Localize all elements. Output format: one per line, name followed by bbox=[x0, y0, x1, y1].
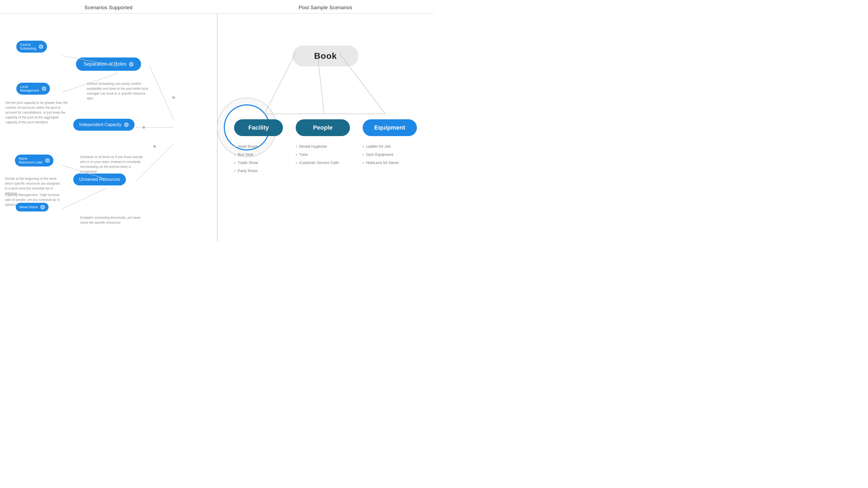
people-item-1: Dental Hygienist bbox=[299, 144, 327, 149]
name-resources-later-label: NameResources Later bbox=[19, 157, 42, 164]
svg-point-9 bbox=[153, 145, 156, 148]
never-name-description: Establish scheduling thresholds, yet nev… bbox=[80, 215, 143, 225]
independent-capacity-label: Independent Capacity bbox=[79, 122, 122, 127]
local-management-dot bbox=[42, 87, 46, 91]
bullet-icon bbox=[234, 154, 236, 155]
people-item-2: Tutor bbox=[299, 152, 308, 157]
central-scheduling-dot bbox=[39, 44, 43, 49]
list-item: Ladder for Job bbox=[363, 144, 417, 149]
facility-list: Hotel Room Bus Seat Trade Show Party Roo… bbox=[234, 141, 283, 177]
svg-line-6 bbox=[62, 188, 106, 209]
equipment-label: Equipment bbox=[374, 124, 405, 131]
bullet-icon bbox=[296, 162, 297, 163]
list-item: Dental Hygienist bbox=[296, 144, 350, 149]
separation-of-roles-label: Separation of Roles bbox=[84, 61, 126, 67]
main-content: CentralScheduling LocalManagement Separa… bbox=[0, 13, 434, 241]
book-label[interactable]: Book bbox=[292, 45, 359, 66]
people-label: People bbox=[313, 124, 333, 131]
list-item: Customer Service Calls bbox=[296, 161, 350, 165]
list-item: Tutor bbox=[296, 152, 350, 157]
name-resources-later-pill[interactable]: NameResources Later bbox=[15, 155, 54, 166]
equipment-item-1: Ladder for Job bbox=[366, 144, 391, 149]
local-management-label: LocalManagement bbox=[20, 85, 39, 93]
bullet-icon bbox=[363, 146, 364, 147]
svg-point-7 bbox=[172, 96, 175, 99]
central-scheduling-pill[interactable]: CentralScheduling bbox=[16, 41, 47, 53]
facility-column: Facility Hotel Room Bus Seat Trade Show bbox=[234, 119, 283, 177]
list-item: Trade Show bbox=[234, 161, 283, 165]
facility-pill[interactable]: Facility bbox=[234, 119, 283, 136]
independent-description: Set the pool capacity to be greater than… bbox=[5, 100, 68, 125]
local-management-pill[interactable]: LocalManagement bbox=[16, 83, 50, 95]
facility-item-1: Hotel Room bbox=[238, 144, 258, 149]
right-panel: Book Facility Hotel Room Bus Seat bbox=[217, 13, 434, 241]
bullet-icon bbox=[234, 170, 236, 172]
right-section-title: Pool Sample Scenarios bbox=[217, 5, 434, 10]
bullet-icon bbox=[234, 162, 236, 163]
resource-columns: Facility Hotel Room Bus Seat Trade Show bbox=[217, 119, 434, 177]
central-scheduling-label: CentralScheduling bbox=[20, 43, 36, 51]
facility-item-3: Trade Show bbox=[238, 161, 258, 165]
bullet-icon bbox=[296, 154, 297, 155]
bullet-icon bbox=[363, 162, 364, 163]
separation-dot bbox=[129, 62, 133, 66]
independent-dot bbox=[124, 123, 129, 127]
unnamed-resources-pill[interactable]: Unnamed Resources bbox=[73, 173, 126, 186]
equipment-pill[interactable]: Equipment bbox=[363, 119, 417, 136]
bullet-icon bbox=[363, 154, 364, 155]
never-name-dot bbox=[40, 205, 45, 209]
svg-line-0 bbox=[149, 65, 174, 119]
independent-capacity-pill[interactable]: Independent Capacity bbox=[73, 119, 134, 131]
equipment-column: Equipment Ladder for Job Gym Equipment H… bbox=[363, 119, 417, 177]
people-column: People Dental Hygienist Tutor Customer S… bbox=[296, 119, 350, 177]
list-item: Bus Seat bbox=[234, 152, 283, 157]
never-name-label: Never Name bbox=[20, 205, 38, 209]
unnamed-description: Schedule at all times as if you know exa… bbox=[80, 155, 145, 174]
list-item: Hotel Room bbox=[234, 144, 283, 149]
facility-label: Facility bbox=[248, 124, 269, 131]
separation-description: Central Scheduling can easily confirm av… bbox=[87, 82, 149, 101]
name-resources-dot bbox=[45, 158, 50, 163]
left-panel: CentralScheduling LocalManagement Separa… bbox=[0, 13, 217, 241]
facility-item-4: Party Room bbox=[238, 169, 258, 173]
separation-of-roles-pill[interactable]: Separation of Roles bbox=[76, 58, 141, 71]
left-section-title: Scenarios Supported bbox=[0, 5, 217, 10]
people-pill[interactable]: People bbox=[296, 119, 350, 136]
facility-item-2: Bus Seat bbox=[238, 152, 253, 157]
svg-point-8 bbox=[143, 126, 145, 129]
equipment-item-3: HoloLens for Demo bbox=[366, 161, 399, 165]
svg-line-10 bbox=[265, 53, 296, 114]
people-item-3: Customer Service Calls bbox=[299, 161, 339, 165]
page-header: Scenarios Supported Pool Sample Scenario… bbox=[0, 0, 434, 13]
never-name-pill[interactable]: Never Name bbox=[16, 203, 49, 212]
people-list: Dental Hygienist Tutor Customer Service … bbox=[296, 141, 350, 169]
equipment-list: Ladder for Job Gym Equipment HoloLens fo… bbox=[363, 141, 417, 169]
bullet-icon bbox=[234, 146, 236, 147]
list-item: Party Room bbox=[234, 169, 283, 173]
list-item: Gym Equipment bbox=[363, 152, 417, 157]
bullet-icon bbox=[296, 146, 297, 147]
equipment-item-2: Gym Equipment bbox=[366, 152, 393, 157]
list-item: HoloLens for Demo bbox=[363, 161, 417, 165]
unnamed-resources-label: Unnamed Resources bbox=[79, 177, 120, 182]
